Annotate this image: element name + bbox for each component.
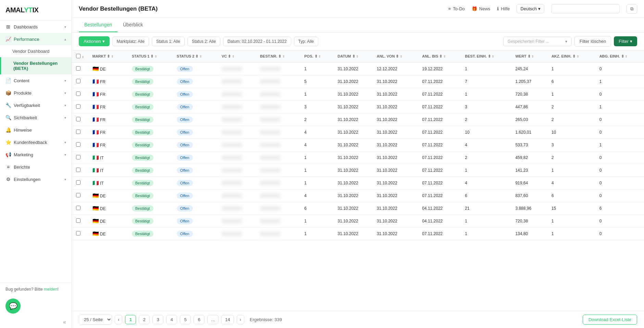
row-akz-einh: 15 xyxy=(547,202,595,215)
col-wert[interactable]: WERT ⇕ xyxy=(511,50,547,63)
chevron-down-icon: ▾ xyxy=(64,25,66,29)
hilfe-nav-item[interactable]: ℹ Hilfe xyxy=(497,6,510,11)
prev-page-button[interactable]: ‹ xyxy=(115,315,122,324)
tab-bar: Bestellungen Überblick xyxy=(72,18,644,33)
next-page-button[interactable]: › xyxy=(237,315,244,324)
row-vc xyxy=(218,190,256,202)
page-button-6[interactable]: 6 xyxy=(194,315,205,324)
sidebar-item-produkte[interactable]: 📦 Produkte ▾ xyxy=(0,87,72,99)
row-checkbox[interactable] xyxy=(72,202,88,215)
row-abg-einh: 0 xyxy=(595,63,644,75)
row-akz-einh: 1 xyxy=(547,88,595,101)
aktionen-button[interactable]: Aktionen ▾ xyxy=(79,36,110,46)
col-datum[interactable]: DATUM ⇕ xyxy=(334,50,373,63)
row-pos: 2 xyxy=(300,113,333,126)
row-checkbox[interactable] xyxy=(72,88,88,101)
sidebar-item-dashboards[interactable]: ⊞ Dashboards ▾ xyxy=(0,21,72,33)
table-row: 🇩🇪 DE Bestätigt Offen 6 31.10.2022 31.10… xyxy=(72,202,644,215)
row-checkbox[interactable] xyxy=(72,228,88,240)
row-status2: Offen xyxy=(173,190,218,202)
tab-uberblick[interactable]: Überblick xyxy=(117,18,148,32)
status2-filter[interactable]: Status 2: Alle xyxy=(187,37,220,46)
chat-bubble[interactable]: 💬 xyxy=(5,299,21,314)
sidebar-collapse[interactable]: « xyxy=(0,316,72,328)
row-abg-einh: 1 xyxy=(595,101,644,113)
sidebar-item-sichtbarkeit[interactable]: 🔍 Sichtbarkeit ▾ xyxy=(0,111,72,124)
col-anl-bis[interactable]: ANL. BIS ⇕ xyxy=(418,50,461,63)
news-nav-item[interactable]: 🎁 News xyxy=(472,6,491,11)
page-button-3[interactable]: 3 xyxy=(152,315,163,324)
external-link-button[interactable]: ⧉ xyxy=(627,4,637,14)
download-excel-button[interactable]: Download Excel-Liste xyxy=(583,315,637,325)
row-anl-von: 31.10.2022 xyxy=(373,113,418,126)
page-button-1[interactable]: 1 xyxy=(125,315,136,324)
bug-report-link[interactable]: melden xyxy=(44,287,57,292)
sidebar-item-berichte[interactable]: ≡ Berichte xyxy=(0,161,72,173)
bug-report-text: Bug gefunden? Bitte melden! xyxy=(0,282,72,296)
col-abg-einh[interactable]: ABG. EINH. ⇕ xyxy=(595,50,644,63)
filter-clear-button[interactable]: Filter löschen xyxy=(574,36,611,47)
row-checkbox[interactable] xyxy=(72,164,88,177)
row-checkbox[interactable] xyxy=(72,63,88,75)
col-best-einh[interactable]: BEST. EINH. ⇕ xyxy=(461,50,511,63)
row-akz-einh: 6 xyxy=(547,75,595,88)
row-checkbox[interactable] xyxy=(72,113,88,126)
typ-filter[interactable]: Typ: Alle xyxy=(294,37,318,46)
row-best-nr xyxy=(256,126,300,139)
col-markt[interactable]: MARKT ⇕ xyxy=(88,50,128,63)
col-anl-von[interactable]: ANL. VON ⇕ xyxy=(373,50,418,63)
language-selector[interactable]: Deutsch ▾ xyxy=(517,4,544,13)
row-vc xyxy=(218,113,256,126)
sidebar-item-vendor-dashboard[interactable]: Vendor Dashboard xyxy=(0,45,72,57)
datum-filter[interactable]: Datum: 02.10.2022 - 01.11.2022 xyxy=(223,37,291,46)
sidebar-item-content[interactable]: 📄 Content ▾ xyxy=(0,74,72,87)
row-checkbox[interactable] xyxy=(72,190,88,202)
status1-filter[interactable]: Status 1: Alle xyxy=(152,37,185,46)
col-akz-einh[interactable]: AKZ. EINH. ⇕ xyxy=(547,50,595,63)
page-button-2[interactable]: 2 xyxy=(139,315,150,324)
tab-bestellungen[interactable]: Bestellungen xyxy=(79,18,117,32)
row-checkbox[interactable] xyxy=(72,75,88,88)
sidebar-item-performance[interactable]: 📈 Performance ▴ xyxy=(0,33,72,45)
search-input[interactable] xyxy=(551,4,620,13)
row-best-einh: 1 xyxy=(461,164,511,177)
page-button-14[interactable]: 14 xyxy=(221,315,234,324)
row-checkbox[interactable] xyxy=(72,215,88,228)
sidebar-item-hinweise[interactable]: 🔔 Hinweise xyxy=(0,124,72,136)
select-all-checkbox[interactable] xyxy=(76,54,80,58)
row-checkbox[interactable] xyxy=(72,177,88,190)
col-status1[interactable]: STATUS 1 ⇕ xyxy=(128,50,173,63)
row-checkbox[interactable] xyxy=(72,126,88,139)
row-datum: 31.10.2022 xyxy=(334,139,373,151)
row-checkbox[interactable] xyxy=(72,151,88,164)
collapse-button[interactable]: « xyxy=(63,319,66,325)
sidebar-item-marketing[interactable]: 📢 Marketing ▾ xyxy=(0,148,72,161)
page-button-ellipsis[interactable]: ... xyxy=(207,315,219,324)
col-pos[interactable]: POS. ⇕ xyxy=(300,50,333,63)
row-status2: Offen xyxy=(173,215,218,228)
todo-nav-item[interactable]: ≡ To-Do xyxy=(448,6,465,11)
table-row: 🇫🇷 FR Bestätigt Offen 5 31.10.2022 31.10… xyxy=(72,75,644,88)
row-checkbox[interactable] xyxy=(72,139,88,151)
sidebar-item-verfugbarkeit[interactable]: 🔧 Verfügbarkeit ▾ xyxy=(0,99,72,111)
col-best-nr[interactable]: BEST.NR. ⇕ xyxy=(256,50,300,63)
sidebar-item-vendor-bestellungen[interactable]: Vendor Bestellungen (BETA) xyxy=(0,57,72,74)
orders-table-container: MARKT ⇕ STATUS 1 ⇕ STATUS 2 ⇕ VC ⇕ BEST.… xyxy=(72,50,644,311)
select-all-header[interactable] xyxy=(72,50,88,63)
page-button-4[interactable]: 4 xyxy=(166,315,177,324)
produkte-icon: 📦 xyxy=(5,90,11,96)
col-status2[interactable]: STATUS 2 ⇕ xyxy=(173,50,218,63)
sidebar-item-kundenfeedback[interactable]: ⭐ Kundenfeedback ▾ xyxy=(0,136,72,148)
row-vc xyxy=(218,228,256,240)
col-vc[interactable]: VC ⇕ xyxy=(218,50,256,63)
filter-button[interactable]: Filter ▾ xyxy=(614,36,637,46)
row-checkbox[interactable] xyxy=(72,101,88,113)
row-abg-einh: 6 xyxy=(595,202,644,215)
sidebar-item-einstellungen[interactable]: ⚙ Einstellungen ▾ xyxy=(0,173,72,185)
page-size-select[interactable]: 25 / Seite xyxy=(79,315,112,325)
marktplatz-filter[interactable]: Marktplatz: Alle xyxy=(112,37,149,46)
page-button-5[interactable]: 5 xyxy=(180,315,191,324)
row-status1: Bestätigt xyxy=(128,151,173,164)
saved-filter-dropdown[interactable]: Gespeicherten Filter ... ▾ xyxy=(503,37,572,46)
content-icon: 📄 xyxy=(5,78,11,83)
